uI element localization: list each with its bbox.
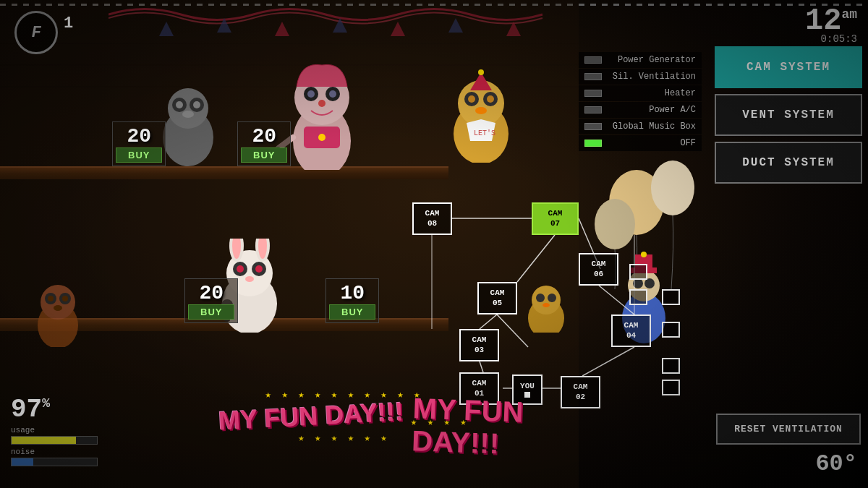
buy-button-3[interactable]: BUY	[188, 304, 234, 320]
cam-node-extra2[interactable]	[662, 358, 680, 374]
prize-amount-2: 20	[252, 125, 276, 147]
svg-point-15	[176, 101, 183, 108]
noise-bar-container: noise	[11, 448, 98, 466]
svg-point-58	[54, 305, 62, 311]
cam-chica-preview	[517, 282, 575, 333]
power-ac-indicator	[584, 106, 602, 114]
cam-08-label: CAM08	[425, 209, 440, 228]
off-label: OFF	[606, 138, 696, 148]
sil-vent-label: Sil. Ventilation	[606, 72, 696, 82]
systems-panel: CAM SYSTEM VENT SYSTEM DUCT SYSTEM	[709, 43, 868, 187]
cam-node-03[interactable]: CAM03	[459, 329, 499, 361]
buy-button-2[interactable]: BUY	[241, 147, 287, 163]
chica-character: LET'S	[441, 69, 521, 163]
cam-node-06b[interactable]	[629, 264, 647, 280]
svg-point-48	[255, 265, 263, 273]
global-music-label: Global Music Box	[606, 121, 696, 132]
time-ampm: am	[841, 7, 857, 22]
svg-point-83	[536, 294, 545, 302]
usage-bar-container: usage	[11, 426, 98, 445]
reset-ventilation-button[interactable]: RESET VENTILATION	[716, 414, 861, 445]
cam-node-04b[interactable]	[662, 322, 680, 338]
fun-day-banner-2: MY FUNDAY!!!	[411, 392, 524, 461]
usage-label: usage	[11, 426, 98, 435]
cam-node-extra1[interactable]	[662, 380, 680, 395]
cam-node-08[interactable]: CAM08	[412, 202, 452, 235]
svg-point-49	[245, 276, 254, 282]
svg-point-36	[478, 69, 484, 75]
prize-item-1: 20 BUY	[112, 121, 166, 166]
cam-node-04[interactable]: CAM04	[611, 314, 651, 347]
noise-bar	[11, 458, 98, 466]
svg-point-24	[318, 100, 326, 107]
svg-point-26	[318, 134, 326, 141]
cam-system-button[interactable]: CAM SYSTEM	[715, 46, 862, 88]
power-gen-label: Power Generator	[606, 55, 696, 65]
freddy-logo: F	[14, 11, 58, 54]
svg-text:LET'S: LET'S	[474, 129, 495, 137]
heater-label: Heater	[606, 88, 696, 98]
sys-opt-power-gen[interactable]: Power Generator	[579, 52, 702, 68]
cam-node-05[interactable]: CAM05	[477, 282, 517, 314]
svg-point-85	[542, 303, 550, 307]
cam-node-02[interactable]: CAM02	[561, 376, 600, 408]
power-ac-label: Power A/C	[606, 105, 696, 115]
svg-point-16	[193, 101, 200, 108]
prize-amount-3: 20	[199, 282, 224, 304]
temperature-display: 60°	[815, 450, 857, 477]
cam-02-label: CAM02	[574, 382, 588, 401]
svg-point-37	[475, 107, 487, 114]
buy-button-4[interactable]: BUY	[329, 304, 375, 320]
cam-node-extra3[interactable]	[629, 289, 647, 305]
vent-system-button[interactable]: VENT SYSTEM	[715, 94, 862, 136]
global-music-indicator	[584, 123, 602, 130]
sil-vent-indicator	[584, 73, 602, 80]
sys-opt-heater[interactable]: Heater	[579, 85, 702, 101]
svg-point-82	[532, 286, 561, 314]
power-percentage: 97%	[11, 395, 98, 424]
svg-point-33	[468, 95, 475, 103]
prize-item-4: 10 BUY	[326, 278, 379, 323]
sys-opt-power-ac[interactable]: Power A/C	[579, 102, 702, 118]
banner-text: MY FUN DAY!!!	[218, 396, 404, 436]
duct-system-button[interactable]: DUCT SYSTEM	[715, 142, 862, 184]
noise-label: noise	[11, 448, 98, 456]
time-hour: 12am	[805, 6, 857, 36]
svg-line-75	[582, 347, 634, 376]
you-dot	[524, 392, 530, 398]
svg-point-84	[548, 294, 556, 302]
prize-item-3: 20 BUY	[184, 278, 238, 323]
freddy-counter: 1	[64, 14, 73, 33]
svg-point-17	[182, 111, 194, 118]
prize-amount-1: 20	[127, 125, 151, 147]
svg-point-22	[307, 90, 315, 98]
cam-node-07[interactable]: CAM07	[532, 202, 579, 235]
svg-line-71	[517, 235, 555, 282]
svg-point-23	[329, 90, 336, 98]
svg-line-73	[480, 314, 497, 329]
banner-text-2: MY FUNDAY!!!	[412, 392, 524, 459]
sys-opt-sil-vent[interactable]: Sil. Ventilation	[579, 69, 702, 85]
buy-button-1[interactable]: BUY	[116, 147, 162, 163]
svg-point-56	[48, 296, 54, 301]
svg-point-47	[237, 265, 244, 273]
cam-node-extra4[interactable]	[662, 289, 680, 305]
usage-bar	[11, 436, 98, 445]
svg-point-53	[41, 285, 75, 320]
usage-bar-fill	[12, 437, 76, 444]
prize-amount-4: 10	[340, 282, 365, 304]
time-display: 12am 0:05:3	[805, 6, 857, 45]
cam-06-label: CAM06	[592, 260, 606, 278]
svg-point-57	[62, 296, 68, 301]
background: F 1 12am 0:05:3	[0, 0, 868, 488]
you-label: YOU	[520, 382, 535, 390]
svg-point-34	[487, 95, 494, 103]
sys-opt-off[interactable]: OFF	[579, 135, 702, 151]
freddy-logo-letter: F	[31, 24, 41, 42]
power-gen-indicator	[584, 56, 602, 64]
heater-indicator	[584, 90, 602, 97]
svg-line-76	[480, 361, 483, 372]
cam-node-06[interactable]: CAM06	[579, 253, 618, 286]
sys-opt-global-music[interactable]: Global Music Box	[579, 119, 702, 134]
system-options-list: Power Generator Sil. Ventilation Heater …	[579, 52, 702, 151]
